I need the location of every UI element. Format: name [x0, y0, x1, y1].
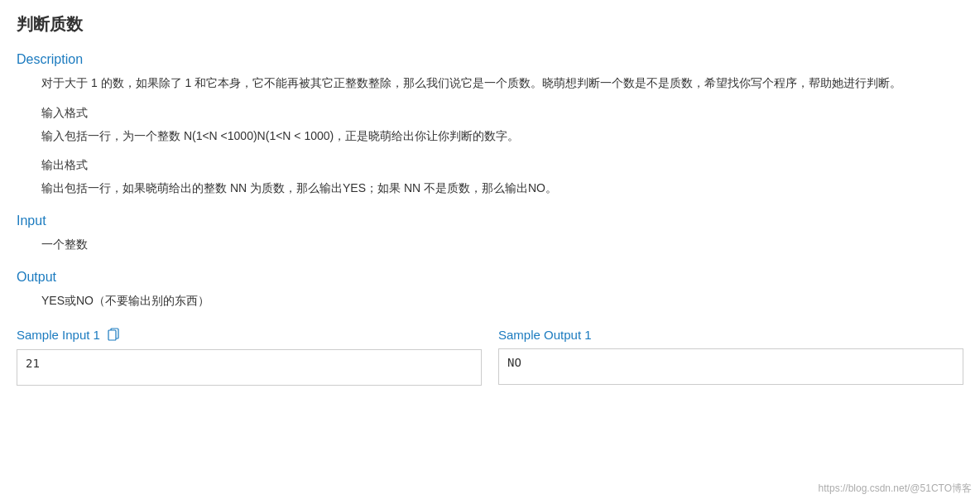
sample-input-label: Sample Input 1 — [17, 328, 100, 342]
input-section: Input 一个整数 — [17, 214, 963, 255]
output-label: Output — [17, 270, 963, 285]
input-label: Input — [17, 214, 963, 228]
sample-output-header: Sample Output 1 — [498, 328, 963, 342]
output-format-content: 输出包括一行，如果晓萌给出的整数 NN 为质数，那么输出YES；如果 NN 不是… — [41, 179, 963, 199]
input-content: 一个整数 — [41, 235, 963, 255]
sample-output-col: Sample Output 1 NO — [498, 328, 963, 386]
watermark: https://blog.csdn.net/@51CTO博客 — [819, 482, 972, 496]
description-content: 对于大于 1 的数，如果除了 1 和它本身，它不能再被其它正整数整除，那么我们说… — [41, 74, 963, 199]
sample-output-label: Sample Output 1 — [498, 328, 592, 342]
input-format-content: 输入包括一行，为一个整数 N(1<N <1000)N(1<N < 1000)，正… — [41, 127, 963, 146]
output-section: Output YES或NO（不要输出别的东西） — [17, 270, 963, 311]
description-main-text: 对于大于 1 的数，如果除了 1 和它本身，它不能再被其它正整数整除，那么我们说… — [41, 74, 963, 94]
description-section: Description 对于大于 1 的数，如果除了 1 和它本身，它不能再被其… — [17, 52, 963, 199]
samples-row: Sample Input 1 21 Sample Output 1 NO — [17, 328, 963, 386]
svg-rect-1 — [108, 330, 116, 340]
sample-output-box: NO — [498, 348, 963, 385]
sample-input-header: Sample Input 1 — [17, 328, 482, 343]
output-content: YES或NO（不要输出别的东西） — [41, 291, 963, 311]
description-label: Description — [17, 52, 963, 67]
sample-input-box: 21 — [17, 349, 482, 386]
page-title: 判断质数 — [17, 13, 963, 36]
output-format-title: 输出格式 — [41, 156, 963, 175]
copy-icon[interactable] — [107, 328, 122, 343]
input-format-title: 输入格式 — [41, 103, 963, 123]
sample-input-col: Sample Input 1 21 — [17, 328, 482, 386]
